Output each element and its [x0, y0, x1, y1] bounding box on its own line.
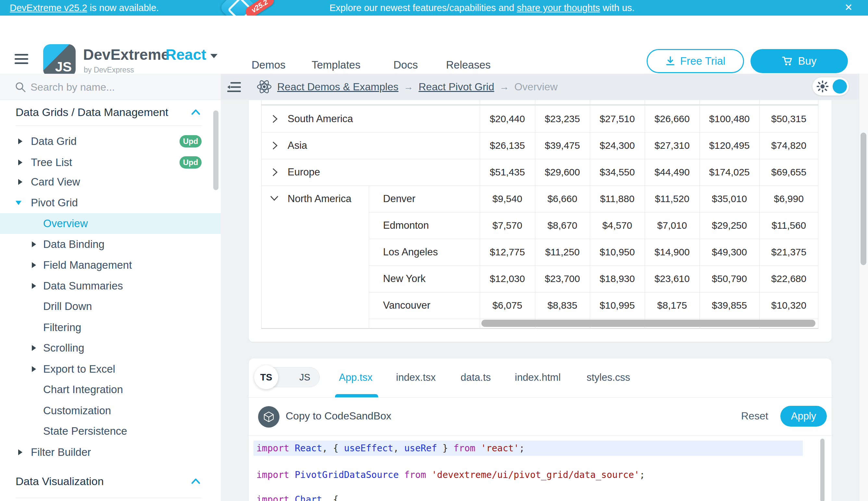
sidebar-section-data-grids[interactable]: Data Grids / Data Management	[15, 102, 168, 122]
breadcrumb-root-link[interactable]: React Demos & Examples	[277, 81, 398, 93]
expand-arrow-icon[interactable]	[32, 366, 36, 372]
pivot-cell: $39,855	[700, 300, 759, 311]
sidebar-item-pivot-grid[interactable]: Pivot Grid	[0, 192, 221, 213]
expand-arrow-icon[interactable]	[18, 138, 22, 144]
tab-index-tsx[interactable]: index.tsx	[396, 370, 436, 385]
upd-badge: Upd	[179, 156, 201, 169]
pivot-row-header[interactable]: North America	[288, 192, 351, 205]
pivot-cell: $8,670	[535, 220, 590, 231]
brand-title: DevExtreme	[83, 46, 169, 63]
pivot-cell: $6,990	[760, 193, 818, 205]
expand-row-icon[interactable]	[271, 114, 278, 124]
sidebar-section-data-visualization[interactable]: Data Visualization	[15, 471, 104, 492]
hamburger-menu-icon[interactable]	[14, 54, 28, 64]
page-scrollbar-thumb[interactable]	[860, 132, 866, 265]
search-input[interactable]	[30, 78, 200, 96]
sidebar-item-filtering[interactable]: Filtering	[0, 317, 221, 338]
sidebar-item-data-binding[interactable]: Data Binding	[0, 234, 221, 255]
reset-button[interactable]: Reset	[741, 410, 768, 422]
expand-row-icon[interactable]	[271, 141, 278, 150]
sidebar-item-state-persistence[interactable]: State Persistence	[0, 421, 221, 441]
framework-selector[interactable]: React	[166, 46, 206, 63]
pivot-cell: $49,300	[700, 246, 759, 258]
banner-version-link[interactable]: DevExtreme v25.2	[10, 3, 87, 13]
pivot-city-header[interactable]: Denver	[383, 192, 416, 205]
expand-row-icon[interactable]	[271, 167, 278, 177]
pivot-cell: $44,490	[645, 166, 699, 178]
pivot-cell: $12,775	[480, 246, 535, 258]
sidebar-item-data-grid[interactable]: Data Grid Upd	[0, 131, 221, 152]
theme-toggle[interactable]	[813, 77, 849, 96]
pivot-horizontal-scrollbar-thumb[interactable]	[481, 320, 815, 327]
collapse-arrow-icon[interactable]	[15, 201, 21, 205]
pivot-cell: $21,375	[760, 246, 818, 258]
pivot-cell: $24,300	[590, 140, 644, 151]
pivot-cell: $100,480	[700, 113, 759, 125]
nav-docs[interactable]: Docs	[393, 58, 418, 72]
sidebar-item-export-to-excel[interactable]: Export to Excel	[0, 359, 221, 380]
pivot-cell: $29,250	[700, 220, 759, 231]
sidebar-scrollbar-thumb[interactable]	[213, 110, 218, 190]
framework-caret-icon[interactable]	[210, 54, 218, 58]
chevron-up-icon[interactable]	[191, 478, 201, 485]
breadcrumb-separator: →	[404, 81, 413, 92]
tab-data-ts[interactable]: data.ts	[461, 370, 491, 385]
sidebar-item-tree-list[interactable]: Tree List Upd	[0, 152, 221, 173]
expand-arrow-icon[interactable]	[32, 242, 36, 247]
tab-styles-css[interactable]: styles.css	[586, 370, 630, 385]
nav-templates[interactable]: Templates	[312, 58, 360, 72]
pivot-row-header[interactable]: Europe	[288, 166, 320, 179]
sidebar-item-customization[interactable]: Customization	[0, 400, 221, 421]
code-scrollbar-thumb[interactable]	[820, 439, 824, 501]
pivot-cell: $26,135	[480, 140, 535, 151]
expand-arrow-icon[interactable]	[18, 449, 22, 455]
expand-arrow-icon[interactable]	[32, 262, 36, 268]
free-trial-button[interactable]: Free Trial	[647, 49, 744, 73]
pivot-cell: $14,900	[645, 246, 699, 258]
buy-button[interactable]: Buy	[750, 49, 848, 73]
nav-demos[interactable]: Demos	[252, 58, 286, 72]
pivot-city-header[interactable]: Edmonton	[383, 219, 429, 232]
sidebar-item-data-summaries[interactable]: Data Summaries	[0, 276, 221, 296]
sidebar-item-field-management[interactable]: Field Management	[0, 255, 221, 276]
download-icon	[665, 56, 675, 66]
expand-arrow-icon[interactable]	[18, 160, 22, 166]
pivot-city-header[interactable]: New York	[383, 272, 426, 285]
pivot-cell: $23,610	[645, 273, 699, 285]
collapse-sidebar-icon[interactable]	[227, 81, 241, 95]
expand-arrow-icon[interactable]	[32, 345, 36, 351]
tab-app-tsx[interactable]: App.tsx	[339, 370, 372, 385]
codesandbox-icon[interactable]	[258, 406, 279, 428]
collapse-row-icon[interactable]	[270, 194, 279, 202]
pivot-cell: $69,655	[760, 166, 818, 178]
share-thoughts-link[interactable]: share your thoughts	[517, 3, 600, 13]
sidebar-divider	[15, 125, 202, 126]
sidebar-item-chart-integration[interactable]: Chart Integration	[0, 379, 221, 400]
sidebar-item-overview[interactable]: Overview	[0, 213, 221, 234]
language-js-option[interactable]: JS	[290, 367, 319, 387]
sidebar-item-card-view[interactable]: Card View	[0, 172, 221, 192]
pivot-cell: $7,010	[645, 220, 699, 231]
sidebar-item-filter-builder[interactable]: Filter Builder	[0, 442, 221, 463]
chevron-up-icon[interactable]	[191, 108, 201, 116]
pivot-city-header[interactable]: Vancouver	[383, 299, 430, 312]
cart-icon	[782, 56, 793, 66]
pivot-cell: $18,930	[590, 273, 644, 285]
pivot-city-header[interactable]: Los Angeles	[383, 246, 438, 259]
pivot-row-header[interactable]: Asia	[288, 139, 307, 152]
nav-releases[interactable]: Releases	[446, 58, 491, 72]
breadcrumb-section-link[interactable]: React Pivot Grid	[418, 81, 494, 93]
logo-js-text: JS	[55, 59, 72, 75]
banner-close-icon[interactable]: ✕	[841, 0, 856, 15]
copy-to-codesandbox-button[interactable]: Copy to CodeSandBox	[286, 410, 392, 422]
tab-index-html[interactable]: index.html	[515, 370, 561, 385]
sidebar-item-drill-down[interactable]: Drill Down	[0, 296, 221, 317]
devextreme-logo[interactable]: JS	[43, 44, 76, 77]
apply-button[interactable]: Apply	[780, 406, 827, 427]
pivot-row-header[interactable]: South America	[288, 113, 353, 125]
expand-arrow-icon[interactable]	[18, 179, 22, 185]
sidebar-item-scrolling[interactable]: Scrolling	[0, 338, 221, 358]
expand-arrow-icon[interactable]	[32, 283, 36, 289]
active-tab-indicator	[335, 394, 378, 397]
language-ts-option[interactable]: TS	[254, 365, 278, 389]
